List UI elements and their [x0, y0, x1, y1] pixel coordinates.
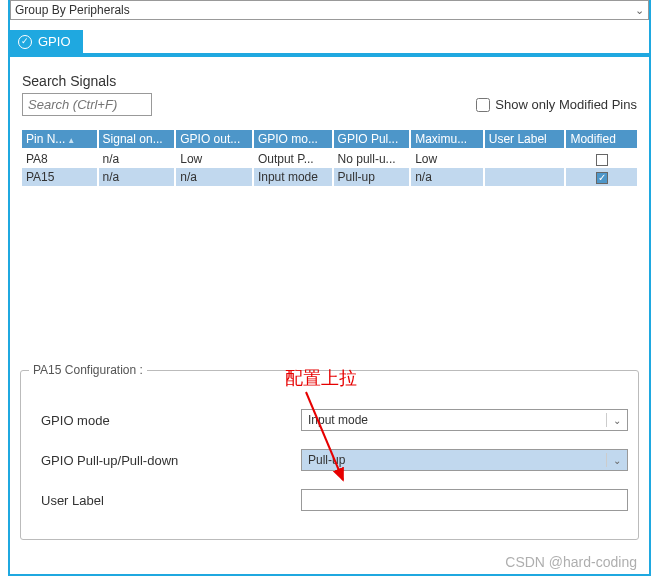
annotation-text: 配置上拉 [285, 366, 357, 390]
table-cell: PA15 [22, 168, 98, 186]
checkbox-icon[interactable]: ✓ [596, 172, 608, 184]
gpio-pull-value: Pull-up [308, 453, 345, 467]
chevron-down-icon: ⌄ [635, 4, 644, 17]
tab-strip: ✓ GPIO [10, 30, 649, 57]
gpio-mode-select[interactable]: Input mode ⌄ [301, 409, 628, 431]
watermark: CSDN @hard-coding [505, 554, 637, 570]
table-cell: Low [175, 149, 253, 168]
modified-cell[interactable]: ✓ [565, 168, 637, 186]
check-icon: ✓ [18, 35, 32, 49]
show-modified-label: Show only Modified Pins [495, 97, 637, 112]
table-cell: n/a [98, 149, 176, 168]
table-cell [484, 149, 566, 168]
table-cell: n/a [410, 168, 484, 186]
search-input[interactable] [22, 93, 152, 116]
gpio-mode-label: GPIO mode [41, 413, 301, 428]
table-cell: n/a [98, 168, 176, 186]
col-label[interactable]: User Label [484, 130, 566, 149]
checkbox-icon[interactable] [596, 154, 608, 166]
gpio-pull-select[interactable]: Pull-up ⌄ [301, 449, 628, 471]
show-modified-checkbox[interactable]: Show only Modified Pins [472, 95, 637, 115]
table-cell: PA8 [22, 149, 98, 168]
user-label-label: User Label [41, 493, 301, 508]
col-signal[interactable]: Signal on... [98, 130, 176, 149]
pins-table: Pin N...▲ Signal on... GPIO out... GPIO … [22, 130, 637, 186]
gpio-pull-label: GPIO Pull-up/Pull-down [41, 453, 301, 468]
show-modified-box[interactable] [476, 98, 490, 112]
table-row[interactable]: PA8n/aLowOutput P...No pull-u...Low [22, 149, 637, 168]
col-pull[interactable]: GPIO Pul... [333, 130, 411, 149]
user-label-input[interactable] [301, 489, 628, 511]
tab-label: GPIO [38, 34, 71, 49]
gpio-mode-value: Input mode [308, 413, 368, 427]
group-by-select[interactable]: Group By Peripherals ⌄ [10, 0, 649, 20]
table-cell: Pull-up [333, 168, 411, 186]
search-label: Search Signals [22, 73, 637, 89]
table-cell [484, 168, 566, 186]
table-cell: Low [410, 149, 484, 168]
col-max[interactable]: Maximu... [410, 130, 484, 149]
table-cell: n/a [175, 168, 253, 186]
col-mode[interactable]: GPIO mo... [253, 130, 333, 149]
group-by-value: Group By Peripherals [15, 3, 130, 17]
table-cell: Input mode [253, 168, 333, 186]
table-cell: Output P... [253, 149, 333, 168]
table-cell: No pull-u... [333, 149, 411, 168]
col-modified[interactable]: Modified [565, 130, 637, 149]
col-pin[interactable]: Pin N...▲ [22, 130, 98, 149]
table-row[interactable]: PA15n/an/aInput modePull-upn/a✓ [22, 168, 637, 186]
chevron-down-icon: ⌄ [606, 453, 621, 467]
tab-gpio[interactable]: ✓ GPIO [10, 30, 83, 53]
config-title: PA15 Configuration : [29, 363, 147, 377]
chevron-down-icon: ⌄ [606, 413, 621, 427]
col-out[interactable]: GPIO out... [175, 130, 253, 149]
modified-cell[interactable] [565, 149, 637, 168]
config-panel: PA15 Configuration : GPIO mode Input mod… [20, 370, 639, 540]
